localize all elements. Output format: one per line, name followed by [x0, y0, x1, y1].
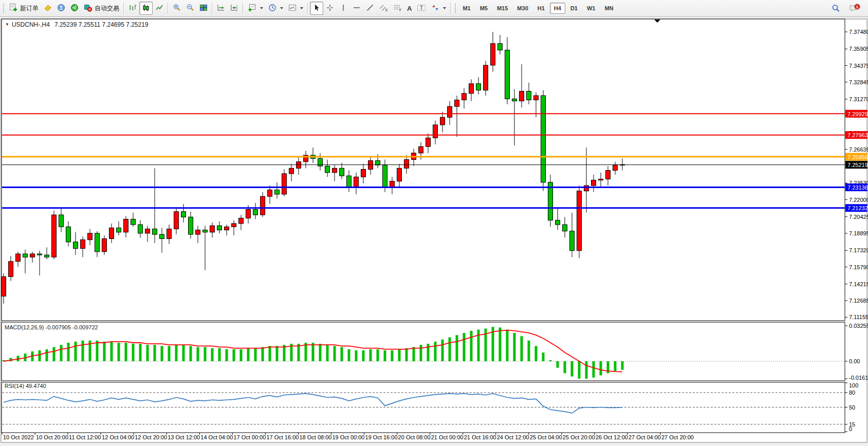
- navigator-button[interactable]: [54, 2, 68, 15]
- fibonacci-tool-button[interactable]: F: [391, 2, 404, 15]
- notification-badge: 1: [856, 5, 859, 9]
- rsi-axis-label: 50: [849, 404, 855, 411]
- period-button-M30[interactable]: M30: [513, 3, 532, 14]
- svg-text:E: E: [385, 8, 388, 12]
- label-tool-icon: T: [417, 4, 426, 13]
- macd-panel[interactable]: [2, 322, 845, 381]
- fibonacci-icon: F: [393, 4, 402, 13]
- market-watch-button[interactable]: [41, 2, 54, 15]
- time-axis-label: 21 Oct 00:00: [431, 434, 464, 440]
- time-axis-label: 10 Oct 20:00: [36, 434, 68, 440]
- toolbar-grip[interactable]: [454, 3, 456, 13]
- zoom-in-button[interactable]: [170, 2, 183, 15]
- auto-scroll-icon: [217, 4, 225, 13]
- period-button-D1[interactable]: D1: [566, 3, 582, 14]
- time-axis-label: 26 Oct 12:00: [596, 434, 628, 440]
- time-axis-label: 11 Oct 12:00: [69, 434, 101, 440]
- dropdown-caret-icon: [443, 7, 446, 9]
- market-watch-icon: [44, 4, 52, 13]
- arrows-icon: [431, 4, 439, 13]
- price-axis-label: 7.18895: [849, 230, 868, 236]
- cursor-icon: [312, 4, 321, 13]
- trendline-tool-button[interactable]: [363, 2, 377, 15]
- crosshair-tool-button[interactable]: [323, 2, 337, 15]
- zoom-in-icon: [173, 4, 181, 13]
- price-axis-label: 7.14215: [849, 281, 868, 287]
- period-button-MN[interactable]: MN: [600, 3, 617, 14]
- tile-windows-icon: [199, 4, 208, 13]
- macd-axis-label: 0.032551: [849, 323, 868, 329]
- new-chart-button[interactable]: [245, 2, 266, 15]
- price-badge-value: 7.25219: [847, 162, 868, 168]
- time-axis-label: 27 Oct 04:00: [629, 434, 661, 440]
- svg-text:T: T: [420, 5, 423, 10]
- autotrading-button[interactable]: 自动交易: [81, 2, 122, 15]
- dropdown-caret-icon: [280, 7, 283, 9]
- horizontal-line-tool-button[interactable]: [350, 2, 363, 15]
- tile-windows-button[interactable]: [197, 2, 210, 15]
- price-panel[interactable]: [2, 19, 845, 321]
- time-axis-label: 24 Oct 12:00: [497, 434, 529, 440]
- candlestick-chart-button[interactable]: [139, 2, 153, 15]
- time-axis-label: 20 Oct 08:00: [398, 434, 431, 440]
- line-chart-icon: [155, 4, 163, 13]
- new-chart-icon: [248, 4, 256, 13]
- main-toolbar: 新订单 自动交易 E F A T M1M5M15M30H1H4D1W1MN 1: [0, 0, 868, 17]
- label-tool-button[interactable]: T: [414, 2, 429, 15]
- cursor-tool-button[interactable]: [310, 2, 323, 15]
- new-order-label: 新订单: [20, 4, 39, 13]
- chart-canvas[interactable]: 7.374807.359057.343757.328457.312707.297…: [0, 17, 868, 445]
- price-axis-label: 7.34375: [849, 63, 868, 69]
- separator: [123, 3, 124, 14]
- price-badge-value: 7.21232: [847, 205, 868, 211]
- chart-shift-button[interactable]: [228, 2, 241, 15]
- notifications-button[interactable]: 1: [846, 2, 863, 15]
- crosshair-icon: [326, 4, 334, 13]
- rsi-axis-label: 100: [849, 382, 858, 388]
- autotrading-label: 自动交易: [95, 4, 119, 13]
- bar-chart-button[interactable]: [126, 2, 139, 15]
- price-axis-label: 7.26635: [849, 146, 868, 153]
- equidistant-channel-icon: E: [379, 4, 388, 13]
- toolbar-grip[interactable]: [3, 3, 5, 13]
- auto-scroll-button[interactable]: [214, 2, 228, 15]
- svg-text:F: F: [399, 8, 401, 12]
- period-button-M1[interactable]: M1: [458, 3, 474, 14]
- period-button-W1[interactable]: W1: [583, 3, 600, 14]
- channel-tool-button[interactable]: E: [377, 2, 391, 15]
- time-axis-label: 12 Oct 04:00: [102, 434, 134, 440]
- period-button-H4[interactable]: H4: [550, 3, 565, 14]
- line-chart-button[interactable]: [153, 2, 166, 15]
- signals-button[interactable]: [68, 2, 81, 15]
- text-tool-button[interactable]: A: [404, 2, 414, 15]
- indicators-button[interactable]: [286, 2, 306, 15]
- price-axis-label: 7.12685: [849, 298, 868, 304]
- period-button-M15[interactable]: M15: [493, 3, 512, 14]
- new-order-button[interactable]: 新订单: [6, 2, 41, 15]
- separator: [243, 3, 244, 14]
- trendline-icon: [366, 4, 374, 13]
- time-axis-label: 19 Oct 16:00: [365, 434, 398, 440]
- periodicity-button[interactable]: [266, 2, 286, 15]
- bar-chart-icon: [128, 4, 137, 13]
- time-axis-label: 25 Oct 20:00: [563, 434, 595, 440]
- price-axis-label: 7.37480: [849, 29, 868, 35]
- macd-axis-label: -0.016137: [849, 375, 868, 381]
- zoom-out-button[interactable]: [183, 2, 197, 15]
- horizontal-line-icon: [353, 4, 361, 13]
- time-axis-label: 19 Oct 00:00: [333, 434, 365, 440]
- autotrading-icon: [84, 4, 93, 13]
- period-button-M5[interactable]: M5: [476, 3, 492, 14]
- arrows-tool-button[interactable]: [429, 2, 449, 15]
- time-axis-label: 18 Oct 08:00: [299, 434, 331, 440]
- price-badge-value: 7.25956: [847, 154, 868, 160]
- zoom-out-icon: [186, 4, 194, 13]
- search-button[interactable]: [829, 2, 843, 15]
- price-badge-value: 7.23136: [847, 184, 868, 191]
- price-axis-label: 7.31270: [849, 96, 868, 102]
- candlestick-chart-icon: [142, 4, 150, 13]
- navigator-icon: [57, 4, 65, 13]
- vertical-line-tool-button[interactable]: [337, 2, 350, 15]
- period-button-H1[interactable]: H1: [533, 3, 549, 14]
- toolbar-right-icons: 1: [829, 2, 863, 15]
